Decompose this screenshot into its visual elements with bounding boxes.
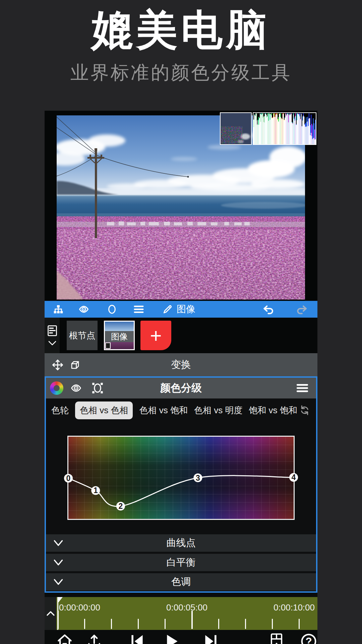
section-row-1[interactable]: 白平衡 xyxy=(46,554,316,571)
curve-svg: 01234 xyxy=(68,437,294,519)
play-icon[interactable] xyxy=(164,633,180,644)
ellipse-icon[interactable] xyxy=(107,304,117,314)
hero-title: 媲美电脑 xyxy=(0,3,362,59)
timestamp: 0:00:05:00 xyxy=(166,602,207,613)
timeline-tick xyxy=(165,619,166,629)
timeline-tick xyxy=(138,619,139,629)
node-tree-icon[interactable] xyxy=(53,305,63,314)
svg-text:0: 0 xyxy=(66,474,71,483)
app-screenshot: 图像 根节点 图像 xyxy=(45,111,317,644)
transform-title: 变换 xyxy=(45,358,317,372)
page: 媲美电脑 业界标准的颜色分级工具 xyxy=(0,0,362,644)
waveform-preview xyxy=(221,113,251,144)
svg-text:3: 3 xyxy=(196,474,200,482)
section-row-2[interactable]: 色调 xyxy=(46,573,316,591)
panel-title: 颜色分级 xyxy=(46,381,316,395)
histogram-svg xyxy=(253,113,316,144)
node-image[interactable]: 图像 xyxy=(104,321,135,350)
node-bar: 根节点 图像 + xyxy=(45,318,317,353)
node-root[interactable]: 根节点 xyxy=(67,321,98,350)
tab-hue-vs-lum[interactable]: 色相 vs 明度 xyxy=(194,405,242,416)
color-grading-header[interactable]: 颜色分级 xyxy=(46,378,316,398)
preview-canvas xyxy=(45,111,317,301)
hero-subtitle: 业界标准的颜色分级工具 xyxy=(0,60,362,85)
timeline-collapse[interactable] xyxy=(45,597,56,630)
visibility-icon[interactable] xyxy=(79,304,90,314)
timeline-tick xyxy=(299,619,300,629)
timeline-tick xyxy=(57,611,59,629)
edit-pencil-icon[interactable] xyxy=(163,304,173,314)
scopes-overlay xyxy=(220,112,316,145)
next-frame-icon[interactable] xyxy=(203,633,219,644)
thumb-corner-mark xyxy=(105,342,111,349)
timeline-stamps: 0:00:00:00 0:00:05:00 0:00:10:00 xyxy=(56,602,317,613)
cg-sections: 曲线点白平衡色调 xyxy=(46,534,316,591)
tab-wheel[interactable]: 色轮 xyxy=(51,405,69,416)
curve-point-0[interactable]: 0 xyxy=(64,474,73,483)
timeline-tick xyxy=(84,619,85,629)
edit-toolbar: 图像 xyxy=(45,301,317,318)
export-icon[interactable] xyxy=(86,633,102,644)
node-list-column[interactable] xyxy=(45,318,60,353)
panel-menu-icon[interactable] xyxy=(296,383,309,393)
refresh-icon[interactable] xyxy=(299,404,311,416)
bottom-toolbar: ? xyxy=(45,630,317,644)
svg-text:?: ? xyxy=(305,636,312,644)
cg-tabs: 色轮色相 vs 色相色相 vs 饱和色相 vs 明度饱和 vs 饱和 xyxy=(46,398,316,422)
timeline: 0:00:00:00 0:00:05:00 0:00:10:00 xyxy=(45,597,317,630)
color-grading-panel: 颜色分级 色轮色相 vs 色相色相 vs 饱和色相 vs 明度饱和 vs 饱和 … xyxy=(45,376,317,593)
timestamp: 0:00:00:00 xyxy=(59,602,100,613)
timeline-tick xyxy=(245,619,246,629)
section-label: 色调 xyxy=(46,575,316,589)
help-icon[interactable]: ? xyxy=(301,633,317,644)
transform-row[interactable]: 变换 xyxy=(45,353,317,376)
layout-icon[interactable] xyxy=(268,633,285,644)
previous-frame-icon[interactable] xyxy=(129,633,145,644)
curve-point-3[interactable]: 3 xyxy=(193,474,202,482)
chevron-down-icon xyxy=(48,340,57,346)
section-label: 曲线点 xyxy=(46,536,316,550)
timeline-ruler[interactable]: 0:00:00:00 0:00:05:00 0:00:10:00 xyxy=(56,597,317,630)
curve-point-4[interactable]: 4 xyxy=(289,473,298,482)
plus-icon: + xyxy=(150,324,162,347)
svg-text:4: 4 xyxy=(292,473,296,482)
cg-tab-list: 色轮色相 vs 色相色相 vs 饱和色相 vs 明度饱和 vs 饱和 xyxy=(51,401,299,419)
waveform-scope xyxy=(220,112,252,145)
chevron-up-icon xyxy=(46,611,55,616)
menu-icon[interactable] xyxy=(134,304,144,314)
thumb-sky xyxy=(105,322,134,331)
timeline-tick xyxy=(272,619,273,629)
node-outline-icon xyxy=(48,325,57,336)
selected-node-label: 图像 xyxy=(177,303,195,316)
thumb-label: 图像 xyxy=(105,331,134,342)
svg-text:1: 1 xyxy=(94,486,98,495)
timeline-tick xyxy=(218,619,219,629)
tab-hue-vs-hue[interactable]: 色相 vs 色相 xyxy=(75,401,133,419)
curve-point-1[interactable]: 1 xyxy=(91,486,100,495)
svg-text:2: 2 xyxy=(119,502,123,511)
tab-hue-vs-sat[interactable]: 色相 vs 饱和 xyxy=(139,405,187,416)
redo-icon[interactable] xyxy=(295,304,308,315)
add-node-button[interactable]: + xyxy=(140,321,171,350)
tab-sat-vs-sat[interactable]: 饱和 vs 饱和 xyxy=(249,405,297,416)
timeline-tick xyxy=(191,611,193,629)
histogram-scope xyxy=(253,112,316,145)
timestamp: 0:00:10:00 xyxy=(274,602,315,613)
town xyxy=(57,221,305,227)
section-label: 白平衡 xyxy=(46,556,316,569)
hue-curve-editor[interactable]: 01234 xyxy=(67,436,295,520)
undo-icon[interactable] xyxy=(262,304,275,315)
section-row-0[interactable]: 曲线点 xyxy=(46,534,316,552)
timeline-tick xyxy=(111,619,112,629)
curve-point-2[interactable]: 2 xyxy=(116,502,125,511)
home-icon[interactable] xyxy=(57,633,73,644)
